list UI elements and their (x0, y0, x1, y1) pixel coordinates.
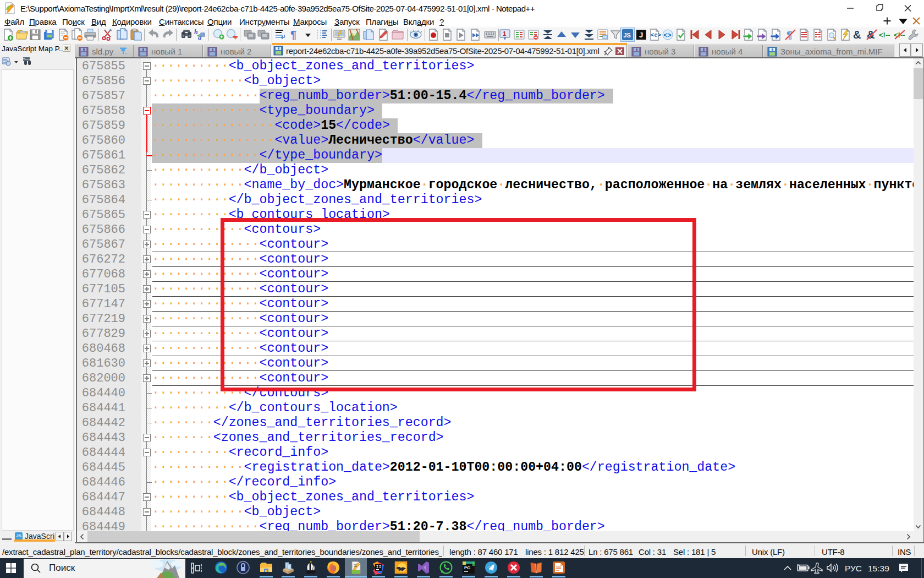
svg-text:1: 1 (503, 30, 506, 37)
svg-text:PC: PC (464, 565, 470, 570)
svg-text:JS: JS (624, 32, 631, 39)
svg-text:<>: <> (664, 31, 672, 39)
svg-text:¶: ¶ (290, 29, 296, 41)
svg-text:J: J (639, 31, 643, 39)
svg-text:<e>: <e> (651, 31, 661, 38)
svg-text:h: h (194, 28, 198, 36)
svg-text:<!--: <!-- (879, 31, 890, 39)
svg-text:&: & (853, 29, 861, 41)
